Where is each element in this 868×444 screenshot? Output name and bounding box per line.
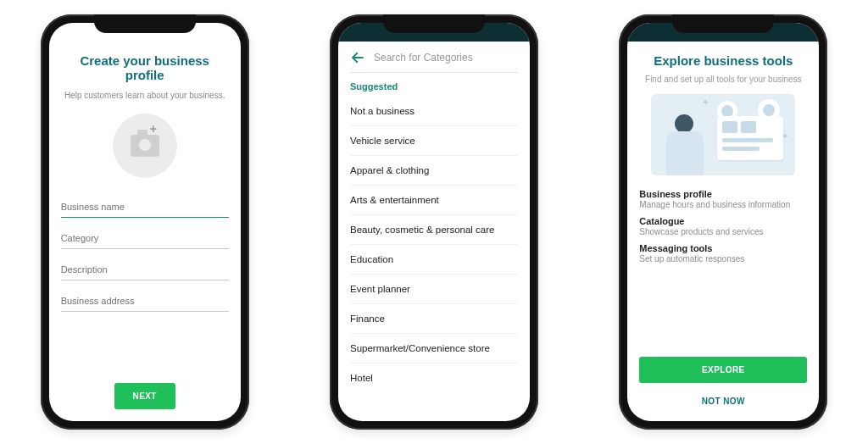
phone-notch (672, 14, 774, 33)
tool-desc: Showcase products and services (639, 227, 807, 236)
category-item[interactable]: Event planner (350, 275, 518, 304)
tool-desc: Manage hours and business information (639, 200, 807, 209)
add-photo-button[interactable]: + (113, 114, 177, 178)
phone-notch (383, 14, 485, 33)
business-address-field-wrap (61, 292, 229, 312)
screen-explore-tools: Explore business tools Find and set up a… (627, 23, 819, 421)
category-field[interactable] (61, 230, 229, 249)
explore-button[interactable]: EXPLORE (639, 357, 807, 383)
search-input[interactable]: Search for Categories (374, 52, 518, 64)
category-field-wrap (61, 230, 229, 249)
category-item[interactable]: Vehicle service (350, 126, 518, 156)
screen3-footer: EXPLORE NOT NOW (639, 357, 807, 413)
phone-frame-1: Create your business profile Help custom… (41, 14, 249, 430)
phone-notch (94, 14, 196, 33)
search-row: Search for Categories (350, 48, 518, 73)
category-item[interactable]: Hotel (350, 364, 518, 392)
stage: Create your business profile Help custom… (0, 0, 868, 444)
tool-block: Business profile Manage hours and busine… (639, 189, 807, 209)
screen1-content: Create your business profile Help custom… (49, 42, 241, 421)
category-item[interactable]: Beauty, cosmetic & personal care (350, 215, 518, 245)
sparkle-icon: ✦ (702, 97, 709, 107)
category-item[interactable]: Apparel & clothing (350, 156, 518, 186)
person-icon (661, 114, 709, 175)
category-item[interactable]: Supermarket/Convenience store (350, 334, 518, 364)
tool-title: Business profile (639, 189, 807, 199)
phone-frame-3: Explore business tools Find and set up a… (619, 14, 827, 430)
business-name-field-wrap (61, 198, 229, 218)
not-now-button[interactable]: NOT NOW (639, 391, 807, 411)
page-subtitle: Find and set up all tools for your busin… (639, 75, 807, 84)
plus-icon: + (150, 122, 157, 136)
category-list: Not a business Vehicle service Apparel &… (350, 97, 518, 392)
tool-block: Catalogue Showcase products and services (639, 216, 807, 236)
screen-category-search: Search for Categories Suggested Not a bu… (338, 23, 530, 421)
page-title: Create your business profile (61, 53, 229, 82)
category-item[interactable]: Finance (350, 304, 518, 334)
back-arrow-icon[interactable] (350, 50, 365, 65)
suggested-label: Suggested (350, 73, 518, 97)
category-item[interactable]: Arts & entertainment (350, 186, 518, 215)
page-subtitle: Help customers learn about your business… (61, 91, 229, 100)
category-item[interactable]: Education (350, 245, 518, 275)
description-field[interactable] (61, 261, 229, 280)
screen1-footer: NEXT (61, 383, 229, 413)
screen2-content: Search for Categories Suggested Not a bu… (338, 42, 530, 421)
screen-create-profile: Create your business profile Help custom… (49, 23, 241, 421)
phone-frame-2: Search for Categories Suggested Not a bu… (330, 14, 538, 430)
business-name-field[interactable] (61, 198, 229, 218)
camera-icon (131, 135, 159, 157)
tool-desc: Set up automatic responses (639, 254, 807, 264)
next-button[interactable]: NEXT (114, 383, 175, 409)
category-item[interactable]: Not a business (350, 97, 518, 126)
tool-title: Messaging tools (639, 243, 807, 253)
page-title: Explore business tools (639, 53, 807, 68)
illustration: ✦ ✦ (651, 94, 795, 175)
business-address-field[interactable] (61, 292, 229, 312)
screen3-content: Explore business tools Find and set up a… (627, 42, 819, 421)
description-field-wrap (61, 261, 229, 280)
tool-block: Messaging tools Set up automatic respons… (639, 243, 807, 264)
catalogue-card-icon (717, 116, 783, 160)
tool-title: Catalogue (639, 216, 807, 226)
